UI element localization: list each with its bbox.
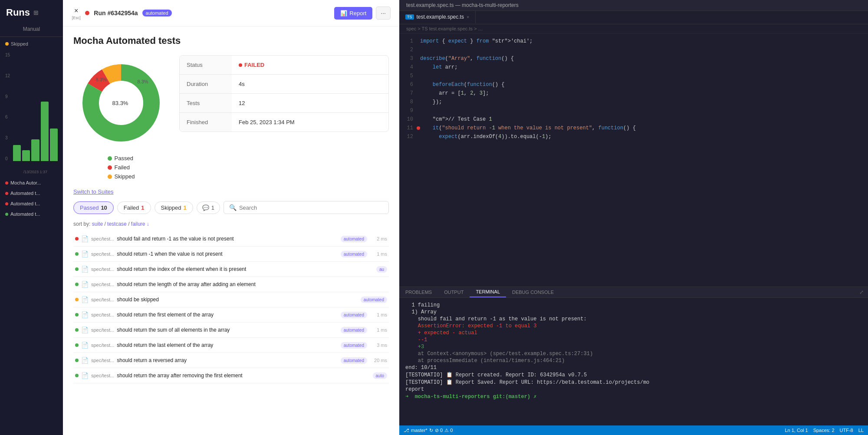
terminal-line: report: [405, 386, 862, 392]
sidebar-run-item-0[interactable]: Mocha Autor...: [0, 178, 63, 188]
test-item-6[interactable]: 📄 spec/test... should return the sum of …: [73, 323, 389, 338]
spaces-info: Spaces: 2: [813, 428, 835, 433]
terminal-line: [TESTOMATIO] 📋 Report created. Report ID…: [405, 372, 862, 378]
sidebar-run-item-2[interactable]: Automated t...: [0, 198, 63, 209]
switch-to-suites[interactable]: Switch to Suites: [73, 188, 389, 195]
terminal-line: [TESTOMATIO] 📋 Report Saved. Report URL:…: [405, 379, 862, 386]
status-row-finished: Finished Feb 25, 2023 1:34 PM: [180, 113, 388, 132]
modal-topbar: × [Esc] Run #6342954a automated 📊 Report…: [63, 0, 399, 26]
test-time: 3 ms: [370, 343, 387, 348]
test-item-0[interactable]: 📄 spec/test... should fail and return -1…: [73, 231, 389, 247]
finished-value: Feb 25, 2023 1:34 PM: [232, 113, 388, 132]
skipped-dot-legend: [108, 175, 112, 179]
code-line-7: 7 arr = [1, 2, 3];: [399, 89, 868, 98]
legend-failed-label: Failed: [115, 164, 130, 171]
test-status-dot: [75, 237, 79, 241]
code-line-8: 8 });: [399, 98, 868, 106]
passed-label: Passed: [80, 204, 99, 211]
test-item-2[interactable]: 📄 spec/test... should return the index o…: [73, 262, 389, 277]
search-input[interactable]: [239, 204, 383, 211]
test-item-3[interactable]: 📄 spec/test... should return the length …: [73, 277, 389, 292]
test-time: 2 ms: [370, 236, 387, 241]
comment-button[interactable]: 💬 1: [197, 201, 220, 214]
test-tag: automated: [361, 297, 387, 303]
line-number: 8: [399, 98, 420, 106]
sidebar-header: Runs ⊞: [0, 0, 63, 23]
sort-testcase-link[interactable]: testcase: [107, 221, 127, 227]
editor-tab-label: test.example.spec.ts: [417, 14, 464, 20]
sort-bar: sort by: suite / testcase / failure ↓: [73, 221, 389, 227]
terminal-tab-problems[interactable]: PROBLEMS: [399, 287, 438, 297]
more-button[interactable]: ···: [376, 7, 391, 20]
code-line-9: 9: [399, 106, 868, 115]
bar-2: [22, 150, 30, 161]
filter-passed-button[interactable]: Passed 10: [73, 201, 114, 214]
filter-icon[interactable]: ⊞: [33, 9, 39, 16]
report-chart-icon: 📊: [340, 10, 347, 16]
editor-titlebar: test.example.spec.ts — mocha-ts-multi-re…: [399, 0, 868, 11]
terminal-maximize-icon[interactable]: ⤢: [855, 287, 868, 297]
test-time: 20 ms: [370, 358, 387, 363]
test-file-icon: 📄: [81, 296, 89, 303]
code-line-2: 2: [399, 46, 868, 54]
test-file-icon: 📄: [81, 250, 89, 257]
code-text: arr = [1, 2, 3];: [420, 89, 489, 98]
test-item-9[interactable]: 📄 spec/test... should return the array a…: [73, 368, 389, 383]
bar-4: [41, 102, 49, 161]
bar-3: [31, 139, 39, 161]
editor-panel: test.example.spec.ts — mocha-ts-multi-re…: [399, 0, 868, 435]
test-status-dot: [75, 298, 79, 301]
cursor-position: Ln 1, Col 1: [785, 428, 808, 433]
terminal-line: at Context.<anonymous> (spec/test.exampl…: [405, 351, 862, 357]
sidebar-tab-manual[interactable]: Manual: [0, 23, 63, 36]
donut-svg: 83.3% 83.3% 8.3% 8.3%: [73, 55, 169, 151]
test-path: spec/test...: [91, 327, 114, 333]
sidebar-run-list: Mocha Autor... Automated t... Automated …: [0, 174, 63, 435]
comment-icon: 💬: [202, 204, 209, 211]
report-button-label: Report: [349, 10, 366, 16]
test-file-icon: 📄: [81, 372, 89, 379]
test-status-dot: [75, 252, 79, 256]
close-button[interactable]: ×: [72, 6, 81, 16]
lang-info: LL: [858, 428, 864, 433]
sort-failure-link[interactable]: failure: [131, 221, 145, 227]
test-item-7[interactable]: 📄 spec/test... should return the last el…: [73, 338, 389, 353]
filter-bar: Passed 10 Failed 1 Skipped 1 💬 1 🔍: [73, 201, 389, 214]
test-tag: automated: [341, 327, 367, 333]
test-name: should fail and return -1 as the value i…: [117, 236, 338, 242]
test-name: should be skipped: [117, 297, 358, 303]
ts-badge: TS: [405, 14, 414, 20]
editor-tab-file[interactable]: TS test.example.spec.ts ×: [399, 11, 476, 24]
test-file-icon: 📄: [81, 311, 89, 318]
test-item-1[interactable]: 📄 spec/test... should return -1 when the…: [73, 247, 389, 262]
skipped-filter-label: Skipped: [161, 204, 181, 211]
report-button[interactable]: 📊 Report: [334, 7, 372, 20]
test-item-4[interactable]: 📄 spec/test... should be skipped automat…: [73, 292, 389, 307]
failed-count: 1: [141, 204, 144, 211]
sidebar-chart: 15 12 9 6 3 0 /13/2023 1:37: [0, 53, 63, 174]
code-line-5: 5: [399, 72, 868, 80]
sidebar-run-item-3[interactable]: Automated t...: [0, 209, 63, 219]
terminal-line: +3: [405, 344, 862, 350]
filter-skipped-button[interactable]: Skipped 1: [155, 201, 193, 214]
sort-suite-link[interactable]: suite: [92, 221, 103, 227]
test-status-dot: [75, 328, 79, 332]
sidebar-run-item-1[interactable]: Automated t...: [0, 188, 63, 198]
filter-failed-button[interactable]: Failed 1: [117, 201, 151, 214]
terminal-tab-debug[interactable]: DEBUG CONSOLE: [506, 287, 560, 297]
test-name: should return the last element of the ar…: [117, 342, 338, 348]
svg-text:83.3%: 83.3%: [112, 100, 128, 106]
test-item-8[interactable]: 📄 spec/test... should return a reversed …: [73, 353, 389, 368]
terminal-tab-terminal[interactable]: TERMINAL: [470, 287, 506, 297]
modal-content: Mocha Automated tests 83.3% 83.3: [63, 26, 399, 392]
line-number: 12: [399, 132, 420, 141]
terminal-panel: PROBLEMS OUTPUT TERMINAL DEBUG CONSOLE ⤢…: [399, 287, 868, 425]
tab-close-icon[interactable]: ×: [467, 14, 469, 20]
test-item-5[interactable]: 📄 spec/test... should return the first e…: [73, 307, 389, 323]
test-status-dot: [75, 267, 79, 271]
code-area[interactable]: 1import { expect } from "str">'chai';23d…: [399, 33, 868, 287]
terminal-tab-output[interactable]: OUTPUT: [438, 287, 470, 297]
test-path: spec/test...: [91, 343, 114, 348]
failed-status-dot: [239, 63, 242, 67]
terminal-line: 1) Array: [405, 309, 862, 315]
